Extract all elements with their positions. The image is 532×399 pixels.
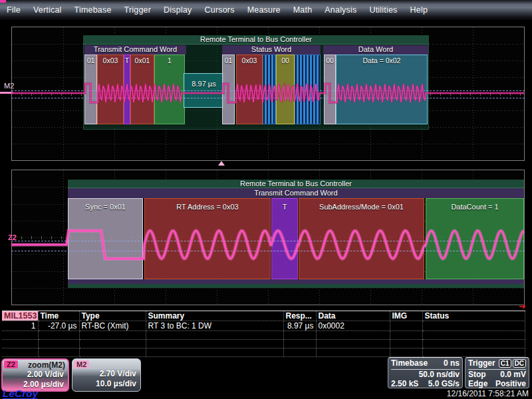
trigger-level: 0.0 mV	[500, 370, 526, 380]
decode-table: MIL1553 Time Type Summary Resp... Data I…	[2, 311, 525, 357]
cell-time: -27.0 µs	[38, 321, 79, 331]
bottom-overlay-strip-green	[68, 284, 524, 288]
tcw-seg-t: T	[124, 55, 130, 124]
menu-bar: File Vertical Timebase Trigger Display C…	[0, 0, 532, 20]
top-word-title-status: Status Word	[222, 45, 321, 55]
bottom-overlay-title: Remote Terminal to Bus Controller	[68, 180, 524, 188]
cell-type: RT-BC (Xmit)	[79, 321, 146, 331]
col-summary: Summary	[146, 311, 283, 321]
trigger-slope: Positive	[495, 379, 526, 389]
cell-data: 0x0002	[316, 321, 390, 331]
tcw-seg-rt-address: 0x03	[97, 55, 124, 124]
grid-line	[12, 144, 524, 144]
zoom-seg-rt-address: RT Address = 0x03	[144, 198, 271, 279]
mil1553-tab[interactable]: MIL1553	[2, 311, 38, 321]
dw-seg-data: Data = 0x02	[336, 55, 428, 124]
cursor-lower-top-panel[interactable]	[11, 98, 525, 98]
bottom-overlay-strip-purple	[68, 279, 524, 284]
menu-trigger[interactable]: Trigger	[124, 5, 152, 15]
timebase-rate: 5.0 GS/s	[428, 379, 460, 389]
zoom-seg-datacount: DataCount = 1	[426, 198, 524, 279]
sw-seg-bits-a	[263, 55, 276, 124]
menu-analysis[interactable]: Analysis	[325, 5, 356, 15]
menu-timebase[interactable]: Timebase	[74, 5, 112, 15]
menu-utilities[interactable]: Utilities	[369, 5, 397, 15]
trigger-source-badge: C1	[499, 359, 511, 368]
cell-index: 1	[2, 321, 38, 331]
menu-file[interactable]: File	[7, 5, 21, 15]
z2-box-title: zoom(M2)	[28, 360, 65, 370]
col-resp: Resp...	[283, 311, 316, 321]
z2-trace-label: Z2	[8, 233, 17, 241]
sw-seg-sync: 01	[222, 55, 235, 124]
trigger-position-marker[interactable]	[218, 161, 225, 166]
decode-table-empty-row	[2, 348, 525, 357]
tcw-seg-subaddress: 0x01	[130, 55, 154, 124]
menu-math[interactable]: Math	[293, 5, 313, 15]
decode-table-empty-row	[2, 331, 525, 340]
col-data: Data	[316, 311, 390, 321]
lecroy-logo: LeCroy	[3, 389, 38, 399]
menu-cursors[interactable]: Cursors	[205, 5, 235, 15]
m2-trace-indicator	[0, 92, 13, 94]
sw-seg-rt-address: 0x03	[236, 55, 263, 124]
menu-help[interactable]: Help	[410, 5, 428, 15]
timebase-title: Timebase	[391, 358, 428, 368]
top-overlay-title: Remote Terminal to Bus Controller	[83, 35, 429, 45]
cell-status	[422, 321, 525, 331]
datetime: 12/16/2011 7:58:21 AM	[447, 389, 529, 398]
decode-table-header: MIL1553 Time Type Summary Resp... Data I…	[2, 311, 525, 321]
decode-table-empty-row	[2, 340, 525, 348]
zoom-seg-sync: Sync = 0x01	[68, 198, 143, 279]
cursor-upper-bottom-panel[interactable]	[11, 241, 525, 241]
timebase-offset: 0 ns	[444, 358, 460, 368]
menu-display[interactable]: Display	[164, 5, 192, 15]
timebase-tdiv: 50.0 ns/div	[419, 370, 460, 380]
trigger-box[interactable]: Trigger C1DC Stop 0.0 mV Edge Positive	[465, 357, 529, 388]
menu-vertical[interactable]: Vertical	[33, 5, 62, 15]
trigger-coupling-badge: DC	[513, 359, 526, 368]
top-word-title-data: Data Word	[323, 45, 428, 55]
zoom-seg-subaddress: SubAddress/Mode = 0x01	[299, 198, 424, 279]
z2-box-tab: Z2	[4, 360, 18, 368]
decode-table-row-1[interactable]: 1 -27.0 µs RT-BC (Xmit) RT 3 to BC: 1 DW…	[2, 321, 525, 331]
scroll-arrow-icon[interactable]: ➔	[519, 303, 526, 310]
trace-color-mark	[0, 0, 6, 3]
z2-vdiv: 2.00 V/div	[3, 370, 68, 380]
col-time: Time	[38, 311, 79, 321]
top-word-title-transmit-command: Transmit Command Word	[84, 45, 186, 55]
cursor-lower-bottom-panel[interactable]	[11, 251, 525, 251]
sw-seg-bits-b	[295, 55, 321, 124]
col-type: Type	[79, 311, 146, 321]
trigger-type: Edge	[468, 379, 487, 389]
cell-summary: RT 3 to BC: 1 DW	[146, 321, 283, 331]
col-status: Status	[422, 311, 525, 321]
oscilloscope-screen: File Vertical Timebase Trigger Display C…	[0, 0, 532, 399]
timebase-box[interactable]: Timebase 0 ns 50.0 ns/div 2.50 kS 5.0 GS…	[388, 357, 463, 388]
m2-tdiv: 10.0 µs/div	[72, 379, 140, 389]
cell-img	[390, 321, 422, 331]
m2-vdiv: 2.70 V/div	[72, 369, 140, 379]
m2-descriptor-box[interactable]: M2 2.70 V/div 10.0 µs/div	[72, 358, 141, 392]
tcw-seg-sync: 01	[84, 55, 97, 124]
sw-seg-status-flags: 00	[276, 55, 295, 124]
trigger-mode: Stop	[468, 370, 486, 380]
cursor-upper-top-panel[interactable]	[11, 90, 525, 91]
cell-resp: 8.97 µs	[283, 321, 316, 331]
m2-box-tab: M2	[74, 360, 89, 368]
dw-seg-sync: 00	[324, 55, 336, 124]
trigger-title: Trigger	[468, 358, 495, 368]
col-img: IMG	[390, 311, 422, 321]
tcw-seg-datacount: 1	[154, 55, 185, 124]
m2-trace-label: M2	[4, 82, 14, 90]
menu-measure[interactable]: Measure	[247, 5, 281, 15]
bottom-word-title: Transmit Command Word	[68, 188, 524, 198]
timebase-samples: 2.50 kS	[391, 379, 418, 389]
zoom-seg-t: T	[271, 198, 298, 279]
z2-descriptor-box[interactable]: Z2 zoom(M2) 2.00 V/div 2.00 µs/div	[1, 358, 69, 392]
